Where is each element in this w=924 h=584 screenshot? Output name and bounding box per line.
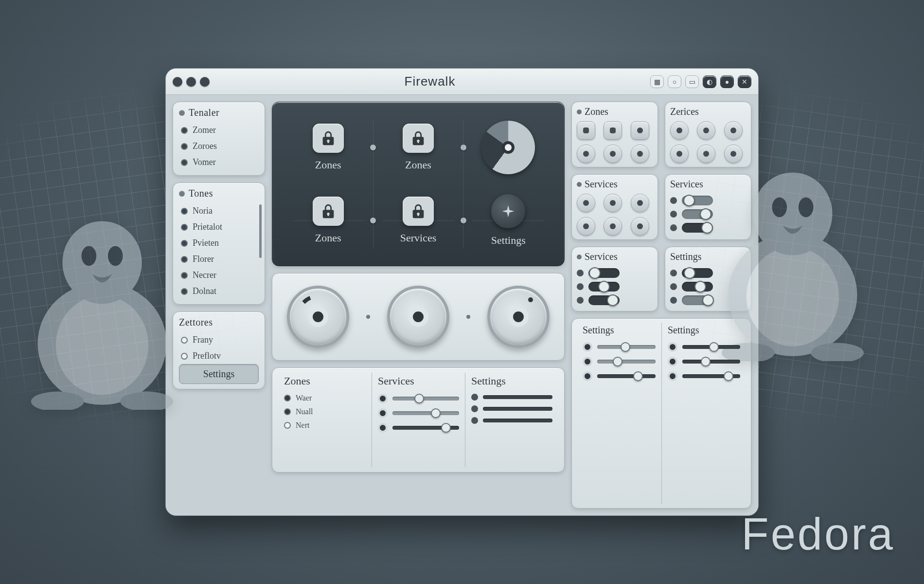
gauge-icon (481, 121, 535, 174)
list-row[interactable]: Nert (284, 419, 366, 432)
title-button-3[interactable]: ▭ (685, 75, 699, 88)
zone-grid-panel: Zones Zones Zones (272, 102, 565, 266)
sidebar-item[interactable]: Dolnat (179, 283, 259, 299)
sidebar-item[interactable]: Necrer (179, 267, 259, 283)
sidebar-item[interactable]: Prietalot (179, 219, 259, 235)
lock-icon (313, 197, 344, 226)
sidebar-header-1: Tenaler (189, 107, 219, 118)
grid-button[interactable] (577, 145, 595, 163)
slider-row (471, 403, 552, 415)
zone-cell[interactable]: Settings (463, 184, 553, 257)
grid-button[interactable] (604, 145, 622, 163)
toggle[interactable] (682, 295, 713, 305)
svg-point-4 (108, 246, 123, 266)
slider[interactable] (392, 426, 459, 430)
title-button-5[interactable]: ● (720, 75, 734, 88)
traffic-lights (173, 77, 210, 87)
grid-button[interactable] (631, 145, 649, 163)
sidebar-header-2: Tones (189, 188, 213, 199)
fedora-wordmark: Fedora (742, 509, 895, 560)
grid-button[interactable] (604, 121, 622, 140)
svg-point-8 (746, 247, 839, 346)
toggle[interactable] (682, 282, 713, 292)
dial-2[interactable] (387, 286, 449, 348)
grid-button[interactable] (577, 121, 595, 140)
grid-button[interactable] (577, 194, 595, 212)
svg-point-9 (753, 172, 832, 255)
slider[interactable] (597, 345, 656, 349)
slider[interactable] (483, 419, 552, 422)
grid-button[interactable] (631, 121, 649, 140)
grid-button[interactable] (670, 121, 689, 140)
zone-cell[interactable] (463, 111, 553, 184)
col-heading: Settings (471, 375, 552, 387)
compass-icon (491, 194, 525, 228)
svg-point-2 (62, 221, 142, 304)
traffic-dot[interactable] (173, 77, 182, 87)
dial-dot (366, 315, 370, 319)
slider-row (471, 391, 552, 403)
list-row[interactable]: Waer (284, 391, 366, 405)
zone-cell[interactable]: Zones (283, 184, 373, 257)
sidebar-panel-2: Tones Noria Prietalot Pvieten Florer Nec… (173, 182, 265, 305)
slider[interactable] (392, 411, 459, 415)
right-panel-zones: Zones (571, 102, 658, 167)
lock-icon (403, 197, 434, 226)
titlebar: Firewalk ▦ ○ ▭ ◐ ● ✕ (166, 69, 758, 95)
slider-row (378, 391, 459, 406)
toggle[interactable] (682, 209, 713, 219)
grid-button[interactable] (631, 194, 649, 212)
col-heading: Services (378, 375, 459, 387)
slider[interactable] (597, 374, 656, 378)
svg-point-1 (56, 295, 148, 395)
toggle[interactable] (682, 268, 713, 278)
toggle[interactable] (588, 282, 620, 292)
traffic-dot[interactable] (200, 77, 210, 87)
grid-button[interactable] (604, 217, 622, 236)
title-button-4[interactable]: ◐ (703, 75, 716, 88)
slider[interactable] (483, 407, 552, 411)
traffic-dot[interactable] (186, 77, 196, 87)
slider[interactable] (682, 345, 740, 349)
toggle[interactable] (588, 295, 620, 305)
slider[interactable] (682, 360, 740, 364)
penguin-left (19, 195, 185, 410)
slider-row (471, 415, 552, 426)
scrollbar[interactable] (259, 204, 262, 258)
slider[interactable] (392, 397, 459, 401)
slider[interactable] (597, 360, 656, 364)
dial-dot (466, 315, 470, 319)
slider[interactable] (682, 374, 740, 378)
sidebar-item[interactable]: Zoroes (179, 138, 259, 154)
dials-panel (272, 273, 565, 361)
title-button-2[interactable]: ○ (668, 75, 681, 88)
grid-button[interactable] (604, 194, 622, 212)
sidebar-panel-1: Tenaler Zomer Zoroes Vomer (173, 102, 265, 176)
toggle[interactable] (682, 223, 713, 233)
sidebar-item[interactable]: Zomer (179, 122, 259, 138)
svg-point-11 (799, 197, 814, 217)
dial-1[interactable] (287, 286, 349, 348)
toggle[interactable] (682, 196, 713, 205)
sidebar-item[interactable]: Pvieten (179, 235, 259, 251)
title-button-1[interactable]: ▦ (650, 75, 664, 88)
col-heading: Zones (284, 375, 366, 387)
grid-button[interactable] (577, 217, 595, 236)
zone-cell[interactable]: Zones (373, 111, 463, 184)
slider-row (378, 420, 459, 435)
dial-3[interactable] (487, 286, 550, 348)
list-row[interactable]: Nuall (284, 405, 366, 419)
center-column: Zones Zones Zones (272, 102, 565, 509)
sidebar-item[interactable]: Florer (179, 251, 259, 267)
sidebar-item[interactable]: Noria (179, 203, 259, 219)
close-button[interactable]: ✕ (738, 75, 751, 88)
toggle[interactable] (588, 268, 620, 278)
slider[interactable] (483, 395, 552, 399)
slider-row (378, 406, 459, 420)
zone-cell[interactable]: Zones (283, 111, 373, 184)
lock-icon (313, 124, 344, 153)
sidebar-item[interactable]: Vomer (179, 154, 259, 170)
lock-icon (403, 124, 434, 153)
zone-cell[interactable]: Services (373, 184, 463, 257)
svg-point-3 (82, 246, 97, 266)
